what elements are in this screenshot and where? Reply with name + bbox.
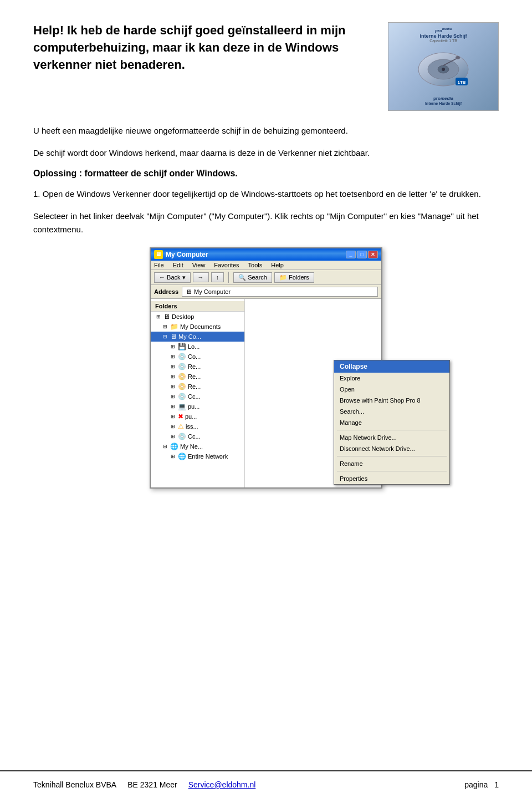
footer-left: Teknihall Benelux BVBA BE 2321 Meer Serv…: [33, 780, 255, 789]
tree-item-local[interactable]: ⊞ 💾 Lo...: [151, 342, 244, 352]
menu-view[interactable]: View: [192, 262, 206, 268]
explorer-main-area: Collapse Explore Open Browse with Paint …: [245, 299, 381, 487]
context-menu: Collapse Explore Open Browse with Paint …: [334, 360, 450, 485]
step2-text: Selecteer in het linker deelvak "Mijn Co…: [33, 210, 499, 236]
tree-item-mydocs[interactable]: ⊞ 📁 My Documents: [151, 322, 244, 332]
menu-help[interactable]: Help: [271, 262, 284, 268]
footer-email-link[interactable]: Service@eldohm.nl: [188, 780, 256, 789]
close-button[interactable]: ✕: [368, 251, 378, 258]
label-re3: Re...: [188, 383, 201, 390]
tree-item-mynetwork[interactable]: ⊟ 🌐 My Ne...: [151, 441, 244, 451]
footer-right: pagina 1: [464, 780, 499, 789]
expand-cc2: ⊞: [170, 434, 176, 439]
tree-item-iss[interactable]: ⊞ ⚠ iss...: [151, 421, 244, 431]
menu-file[interactable]: File: [154, 262, 164, 268]
ctx-map-network[interactable]: Map Network Drive...: [334, 432, 449, 443]
label-mynetwork: My Ne...: [180, 443, 203, 450]
ctx-search[interactable]: Search...: [334, 406, 449, 417]
icon-entire-network: 🌐: [178, 453, 186, 460]
tree-item-pu2[interactable]: ⊞ ✖ pu...: [151, 411, 244, 421]
ctx-sep-3: [337, 471, 447, 471]
page-content: Help! Ik heb de harde schijf goed geïnst…: [0, 0, 532, 544]
address-value[interactable]: 🖥 My Computer: [182, 287, 378, 297]
icon-local: 💾: [178, 343, 186, 350]
expand-local: ⊞: [170, 344, 176, 349]
svg-point-3: [442, 68, 445, 71]
icon-re2: 📀: [178, 373, 186, 380]
label-cd1: Co...: [188, 353, 201, 360]
search-button[interactable]: 🔍 Search: [233, 272, 272, 283]
minimize-button[interactable]: _: [346, 251, 356, 258]
expand-entire-network: ⊞: [170, 454, 176, 459]
ctx-open[interactable]: Open: [334, 384, 449, 395]
ctx-properties[interactable]: Properties: [334, 473, 449, 484]
ctx-rename[interactable]: Rename: [334, 458, 449, 469]
tree-item-re3[interactable]: ⊞ 📀 Re...: [151, 382, 244, 392]
menu-edit[interactable]: Edit: [173, 262, 183, 268]
ctx-disconnect-network[interactable]: Disconnect Network Drive...: [334, 443, 449, 454]
maximize-button[interactable]: □: [357, 251, 367, 258]
main-title: Help! Ik heb de harde schijf goed geïnst…: [33, 22, 371, 73]
footer-company: Teknihall Benelux BVBA: [33, 780, 116, 789]
tree-item-re1[interactable]: ⊞ 💿 Re...: [151, 362, 244, 372]
tree-item-mycomputer[interactable]: ⊟ 🖥 My Co...: [151, 332, 244, 342]
footer-page-number: 1: [494, 780, 499, 789]
icon-re3: 📀: [178, 383, 186, 390]
tree-item-re2[interactable]: ⊞ 📀 Re...: [151, 372, 244, 382]
expand-cd1: ⊞: [170, 354, 176, 359]
tree-item-cc2[interactable]: ⊞ 💿 Cc...: [151, 431, 244, 441]
step1-text: 1. Open de Windows Verkenner door tegeli…: [33, 187, 499, 201]
up-button[interactable]: ↑: [211, 272, 224, 282]
explorer-screenshot: 🖥 My Computer _ □ ✕ File Edit View Favor…: [150, 247, 382, 489]
tree-item-pu1[interactable]: ⊞ 💻 pu...: [151, 401, 244, 411]
toolbar-separator-1: [228, 272, 229, 283]
expand-iss: ⊞: [170, 424, 176, 429]
explorer-toolbar: ← Back ▾ → ↑ 🔍 Search 📁 Folders: [151, 270, 381, 285]
explorer-menubar: File Edit View Favorites Tools Help: [151, 261, 381, 270]
explorer-sidebar: Folders ⊞ 🖥 Desktop ⊞ 📁 My Documents ⊟ 🖥…: [151, 299, 245, 487]
ctx-browse-paintshop[interactable]: Browse with Paint Shop Pro 8: [334, 395, 449, 406]
tree-item-cd1[interactable]: ⊞ 💿 Co...: [151, 352, 244, 362]
tree-item-desktop[interactable]: ⊞ 🖥 Desktop: [151, 312, 244, 322]
address-label: Address: [154, 288, 178, 295]
icon-cc2: 💿: [178, 433, 186, 440]
tree-item-cc1[interactable]: ⊞ 💿 Cc...: [151, 392, 244, 401]
titlebar-left: 🖥 My Computer: [154, 250, 208, 259]
tree-item-entire-network[interactable]: ⊞ 🌐 Entire Network: [151, 451, 244, 461]
icon-mynetwork: 🌐: [170, 443, 178, 450]
expand-pu1: ⊞: [170, 404, 176, 409]
icon-iss: ⚠: [178, 423, 184, 430]
icon-pu1: 💻: [178, 403, 186, 410]
folders-button[interactable]: 📁 Folders: [274, 272, 314, 283]
icon-cc1: 💿: [178, 393, 186, 400]
menu-tools[interactable]: Tools: [248, 262, 263, 268]
explorer-body: Folders ⊞ 🖥 Desktop ⊞ 📁 My Documents ⊟ 🖥…: [151, 299, 381, 487]
label-local: Lo...: [188, 343, 200, 350]
header-text: Help! Ik heb de harde schijf goed geïnst…: [33, 22, 388, 73]
label-re1: Re...: [188, 363, 201, 370]
menu-favorites[interactable]: Favorites: [214, 262, 239, 268]
expand-mydocs: ⊞: [162, 324, 168, 329]
label-pu1: pu...: [188, 403, 200, 410]
ctx-explore[interactable]: Explore: [334, 373, 449, 384]
expand-pu2: ⊞: [170, 414, 176, 419]
label-iss: iss...: [186, 423, 198, 430]
back-button[interactable]: ← Back ▾: [154, 272, 191, 283]
address-icon: 🖥: [186, 288, 192, 295]
label-cc2: Cc...: [188, 433, 201, 440]
icon-cd1: 💿: [178, 353, 186, 360]
ctx-header: Collapse: [334, 360, 449, 373]
expand-re3: ⊞: [170, 384, 176, 389]
sidebar-header: Folders: [151, 301, 244, 312]
explorer-window-icon: 🖥: [154, 250, 163, 259]
label-entire-network: Entire Network: [188, 453, 228, 460]
icon-desktop: 🖥: [163, 313, 170, 321]
hdd-product-image: promedia Interne Harde Schijf Capaciteit…: [388, 22, 499, 111]
explorer-titlebar: 🖥 My Computer _ □ ✕: [151, 248, 381, 261]
label-mydocs: My Documents: [180, 323, 221, 330]
hdd-disk-svg: 1TB: [416, 50, 471, 89]
ctx-manage[interactable]: Manage: [334, 417, 449, 428]
icon-pu2: ✖: [178, 413, 183, 420]
forward-button[interactable]: →: [193, 272, 209, 282]
expand-cc1: ⊞: [170, 394, 176, 399]
